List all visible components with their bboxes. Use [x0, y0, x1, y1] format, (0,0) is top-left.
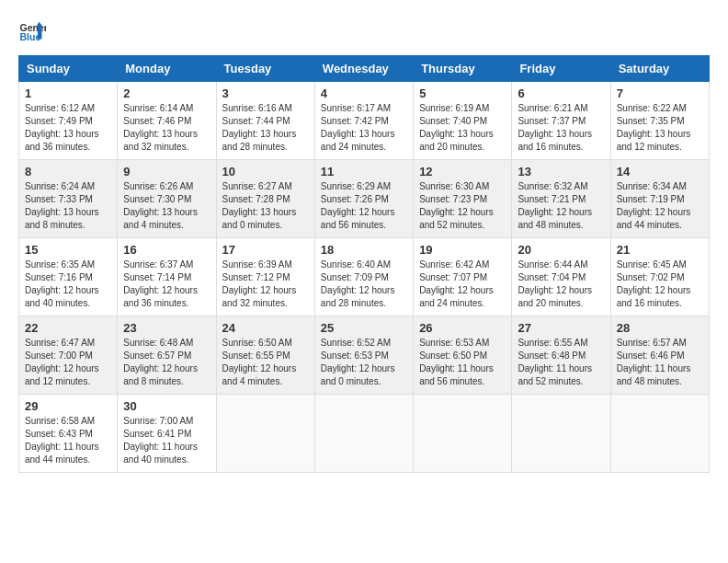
day-cell-12: 12 Sunrise: 6:30 AM Sunset: 7:23 PM Dayl…	[414, 160, 512, 238]
day-cell-7: 7 Sunrise: 6:22 AM Sunset: 7:35 PM Dayli…	[610, 82, 709, 160]
day-cell-29: 29 Sunrise: 6:58 AM Sunset: 6:43 PM Dayl…	[19, 395, 118, 473]
day-cell-5: 5 Sunrise: 6:19 AM Sunset: 7:40 PM Dayli…	[414, 82, 512, 160]
empty-cell	[414, 395, 512, 473]
day-number: 14	[617, 165, 703, 178]
day-cell-25: 25 Sunrise: 6:52 AM Sunset: 6:53 PM Dayl…	[314, 316, 413, 395]
day-number: 16	[123, 243, 210, 257]
day-cell-27: 27 Sunrise: 6:55 AM Sunset: 6:48 PM Dayl…	[512, 316, 610, 395]
svg-text:Blue: Blue	[20, 31, 41, 42]
day-cell-20: 20 Sunrise: 6:44 AM Sunset: 7:04 PM Dayl…	[512, 238, 610, 316]
day-number: 22	[25, 321, 111, 335]
day-info: Sunrise: 6:29 AM Sunset: 7:26 PM Dayligh…	[321, 180, 407, 232]
day-number: 10	[222, 165, 309, 178]
day-info: Sunrise: 6:27 AM Sunset: 7:28 PM Dayligh…	[222, 180, 309, 232]
day-number: 28	[617, 321, 703, 335]
calendar-week-4: 22 Sunrise: 6:47 AM Sunset: 7:00 PM Dayl…	[19, 316, 710, 395]
day-info: Sunrise: 6:22 AM Sunset: 7:35 PM Dayligh…	[617, 102, 703, 154]
day-info: Sunrise: 6:47 AM Sunset: 7:00 PM Dayligh…	[25, 337, 111, 388]
day-number: 17	[222, 243, 309, 257]
empty-cell	[610, 395, 709, 473]
day-number: 1	[25, 86, 111, 100]
calendar-week-3: 15 Sunrise: 6:35 AM Sunset: 7:16 PM Dayl…	[19, 238, 710, 316]
day-number: 29	[25, 399, 111, 413]
day-info: Sunrise: 6:34 AM Sunset: 7:19 PM Dayligh…	[617, 180, 703, 232]
logo-icon: General Blue	[18, 18, 46, 46]
day-info: Sunrise: 6:58 AM Sunset: 6:43 PM Dayligh…	[25, 415, 111, 466]
day-header-monday: Monday	[118, 56, 216, 82]
day-info: Sunrise: 6:30 AM Sunset: 7:23 PM Dayligh…	[419, 180, 506, 232]
day-cell-10: 10 Sunrise: 6:27 AM Sunset: 7:28 PM Dayl…	[216, 160, 314, 238]
day-number: 9	[123, 165, 210, 178]
empty-cell	[216, 395, 314, 473]
day-number: 23	[123, 321, 210, 335]
day-info: Sunrise: 6:52 AM Sunset: 6:53 PM Dayligh…	[321, 337, 407, 388]
day-info: Sunrise: 6:57 AM Sunset: 6:46 PM Dayligh…	[617, 337, 703, 388]
calendar-header: SundayMondayTuesdayWednesdayThursdayFrid…	[19, 56, 710, 82]
day-number: 21	[617, 243, 703, 257]
day-header-friday: Friday	[512, 56, 610, 82]
calendar-week-1: 1 Sunrise: 6:12 AM Sunset: 7:49 PM Dayli…	[19, 82, 710, 160]
day-cell-2: 2 Sunrise: 6:14 AM Sunset: 7:46 PM Dayli…	[118, 82, 216, 160]
day-number: 5	[419, 86, 506, 100]
day-cell-8: 8 Sunrise: 6:24 AM Sunset: 7:33 PM Dayli…	[19, 160, 118, 238]
day-info: Sunrise: 6:32 AM Sunset: 7:21 PM Dayligh…	[518, 180, 604, 232]
day-cell-24: 24 Sunrise: 6:50 AM Sunset: 6:55 PM Dayl…	[216, 316, 314, 395]
day-info: Sunrise: 6:12 AM Sunset: 7:49 PM Dayligh…	[25, 102, 111, 154]
calendar-week-5: 29 Sunrise: 6:58 AM Sunset: 6:43 PM Dayl…	[19, 395, 710, 473]
day-number: 27	[518, 321, 604, 335]
day-info: Sunrise: 6:39 AM Sunset: 7:12 PM Dayligh…	[222, 259, 309, 310]
empty-cell	[512, 395, 610, 473]
day-cell-19: 19 Sunrise: 6:42 AM Sunset: 7:07 PM Dayl…	[414, 238, 512, 316]
day-cell-16: 16 Sunrise: 6:37 AM Sunset: 7:14 PM Dayl…	[118, 238, 216, 316]
day-header-thursday: Thursday	[414, 56, 512, 82]
day-number: 25	[321, 321, 407, 335]
day-cell-17: 17 Sunrise: 6:39 AM Sunset: 7:12 PM Dayl…	[216, 238, 314, 316]
day-number: 8	[25, 165, 111, 178]
day-number: 3	[222, 86, 309, 100]
day-cell-13: 13 Sunrise: 6:32 AM Sunset: 7:21 PM Dayl…	[512, 160, 610, 238]
day-info: Sunrise: 6:48 AM Sunset: 6:57 PM Dayligh…	[123, 337, 210, 388]
logo: General Blue	[18, 18, 50, 46]
day-number: 2	[123, 86, 210, 100]
day-header-saturday: Saturday	[610, 56, 709, 82]
day-info: Sunrise: 7:00 AM Sunset: 6:41 PM Dayligh…	[123, 415, 210, 466]
day-cell-14: 14 Sunrise: 6:34 AM Sunset: 7:19 PM Dayl…	[610, 160, 709, 238]
day-cell-22: 22 Sunrise: 6:47 AM Sunset: 7:00 PM Dayl…	[19, 316, 118, 395]
day-cell-1: 1 Sunrise: 6:12 AM Sunset: 7:49 PM Dayli…	[19, 82, 118, 160]
day-number: 26	[419, 321, 506, 335]
day-number: 4	[321, 86, 407, 100]
day-number: 15	[25, 243, 111, 257]
day-number: 6	[518, 86, 604, 100]
calendar: SundayMondayTuesdayWednesdayThursdayFrid…	[18, 55, 710, 473]
day-cell-18: 18 Sunrise: 6:40 AM Sunset: 7:09 PM Dayl…	[314, 238, 413, 316]
day-number: 18	[321, 243, 407, 257]
day-number: 30	[123, 399, 210, 413]
day-info: Sunrise: 6:14 AM Sunset: 7:46 PM Dayligh…	[123, 102, 210, 154]
day-info: Sunrise: 6:37 AM Sunset: 7:14 PM Dayligh…	[123, 259, 210, 310]
day-info: Sunrise: 6:24 AM Sunset: 7:33 PM Dayligh…	[25, 180, 111, 232]
day-number: 19	[419, 243, 506, 257]
empty-cell	[314, 395, 413, 473]
day-info: Sunrise: 6:16 AM Sunset: 7:44 PM Dayligh…	[222, 102, 309, 154]
day-cell-26: 26 Sunrise: 6:53 AM Sunset: 6:50 PM Dayl…	[414, 316, 512, 395]
calendar-week-2: 8 Sunrise: 6:24 AM Sunset: 7:33 PM Dayli…	[19, 160, 710, 238]
day-header-sunday: Sunday	[19, 56, 118, 82]
day-info: Sunrise: 6:17 AM Sunset: 7:42 PM Dayligh…	[321, 102, 407, 154]
day-info: Sunrise: 6:42 AM Sunset: 7:07 PM Dayligh…	[419, 259, 506, 310]
day-info: Sunrise: 6:50 AM Sunset: 6:55 PM Dayligh…	[222, 337, 309, 388]
calendar-body: 1 Sunrise: 6:12 AM Sunset: 7:49 PM Dayli…	[19, 82, 710, 473]
day-cell-21: 21 Sunrise: 6:45 AM Sunset: 7:02 PM Dayl…	[610, 238, 709, 316]
day-info: Sunrise: 6:45 AM Sunset: 7:02 PM Dayligh…	[617, 259, 703, 310]
day-cell-4: 4 Sunrise: 6:17 AM Sunset: 7:42 PM Dayli…	[314, 82, 413, 160]
day-number: 12	[419, 165, 506, 178]
day-info: Sunrise: 6:21 AM Sunset: 7:37 PM Dayligh…	[518, 102, 604, 154]
day-cell-30: 30 Sunrise: 7:00 AM Sunset: 6:41 PM Dayl…	[118, 395, 216, 473]
day-number: 24	[222, 321, 309, 335]
day-info: Sunrise: 6:19 AM Sunset: 7:40 PM Dayligh…	[419, 102, 506, 154]
day-cell-9: 9 Sunrise: 6:26 AM Sunset: 7:30 PM Dayli…	[118, 160, 216, 238]
day-cell-28: 28 Sunrise: 6:57 AM Sunset: 6:46 PM Dayl…	[610, 316, 709, 395]
day-number: 20	[518, 243, 604, 257]
day-header-tuesday: Tuesday	[216, 56, 314, 82]
day-cell-15: 15 Sunrise: 6:35 AM Sunset: 7:16 PM Dayl…	[19, 238, 118, 316]
day-cell-6: 6 Sunrise: 6:21 AM Sunset: 7:37 PM Dayli…	[512, 82, 610, 160]
